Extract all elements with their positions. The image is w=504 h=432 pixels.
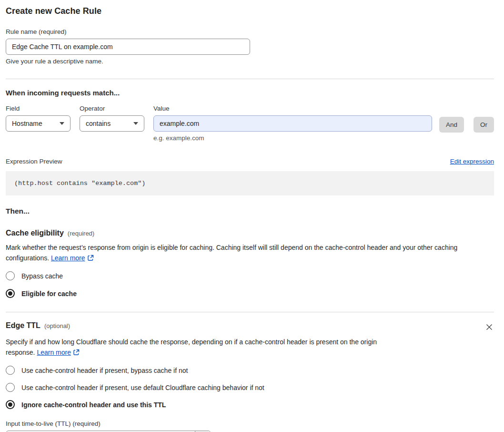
radio-option-ignore-header-use-ttl[interactable]: Ignore cache-control header and use this… [6, 400, 494, 409]
chevron-down-icon [60, 122, 64, 125]
rule-name-helper: Give your rule a descriptive name. [6, 58, 494, 65]
edge-ttl-heading: Edge TTL [6, 321, 40, 330]
learn-more-link[interactable]: Learn more [37, 349, 71, 356]
value-column: Value e.g. example.com [153, 105, 432, 142]
cache-eligibility-qualifier: (required) [68, 230, 94, 237]
and-button[interactable]: And [439, 117, 464, 133]
external-link-icon [73, 349, 80, 356]
edge-ttl-section: Edge TTL (optional) Specify if and how l… [6, 321, 494, 432]
match-row: Field Hostname Operator contains Value e… [6, 105, 494, 142]
radio-selected-icon [6, 400, 15, 409]
match-heading: When incoming requests match... [6, 89, 494, 97]
rule-name-input[interactable] [6, 39, 250, 55]
field-select-value: Hostname [12, 120, 42, 127]
learn-more-link[interactable]: Learn more [51, 254, 85, 262]
radio-icon [6, 271, 15, 280]
radio-label: Ignore cache-control header and use this… [21, 401, 166, 409]
radio-label: Use cache-control header if present, use… [21, 384, 264, 391]
operator-column: Operator contains [80, 105, 144, 132]
expression-code: (http.host contains "example.com") [6, 171, 494, 195]
create-cache-rule-form: Create new Cache Rule Rule name (require… [0, 0, 504, 432]
cache-eligibility-heading: Cache eligibility [6, 229, 64, 237]
field-select[interactable]: Hostname [6, 115, 71, 132]
edge-ttl-description: Specify if and how long Cloudflare shoul… [6, 337, 403, 358]
value-label: Value [153, 105, 432, 112]
external-link-icon [87, 255, 94, 261]
operator-select-value: contains [86, 120, 111, 127]
radio-option-use-header-default[interactable]: Use cache-control header if present, use… [6, 383, 494, 392]
operator-label: Operator [80, 105, 144, 112]
or-button[interactable]: Or [474, 117, 494, 133]
radio-label: Eligible for cache [21, 290, 77, 298]
cache-eligibility-options: Bypass cache Eligible for cache [6, 271, 494, 298]
field-column: Field Hostname [6, 105, 71, 132]
value-helper: e.g. example.com [153, 134, 432, 142]
rule-name-group: Rule name (required) Give your rule a de… [6, 28, 494, 65]
close-icon[interactable] [484, 322, 494, 332]
divider [6, 312, 494, 312]
radio-option-eligible-for-cache[interactable]: Eligible for cache [6, 289, 494, 298]
edit-expression-link[interactable]: Edit expression [450, 158, 494, 165]
edge-ttl-qualifier: (optional) [44, 322, 70, 329]
expression-preview-header: Expression Preview Edit expression [6, 158, 494, 165]
rule-name-label: Rule name (required) [6, 28, 494, 35]
edge-ttl-header: Edge TTL (optional) [6, 321, 70, 330]
ttl-label: Input time-to-live (TTL) (required) [6, 420, 494, 427]
radio-label: Use cache-control header if present, byp… [21, 367, 188, 374]
then-heading: Then... [6, 207, 494, 216]
divider [6, 79, 494, 79]
cache-eligibility-header: Cache eligibility (required) [6, 229, 494, 237]
value-input[interactable] [153, 115, 432, 132]
cache-eligibility-description: Mark whether the request’s response from… [6, 243, 494, 263]
radio-selected-icon [6, 289, 15, 298]
field-label: Field [6, 105, 71, 112]
radio-label: Bypass cache [21, 272, 63, 280]
ttl-input-group: Input time-to-live (TTL) (required) 1 da… [6, 420, 494, 432]
radio-icon [6, 366, 15, 375]
radio-option-bypass-cache[interactable]: Bypass cache [6, 271, 494, 280]
radio-option-use-header-bypass[interactable]: Use cache-control header if present, byp… [6, 366, 494, 375]
expression-preview-label: Expression Preview [6, 158, 62, 165]
cache-eligibility-section: Cache eligibility (required) Mark whethe… [6, 229, 494, 298]
chevron-down-icon [133, 122, 138, 125]
edge-ttl-header-row: Edge TTL (optional) [6, 321, 494, 332]
radio-icon [6, 383, 15, 392]
page-title: Create new Cache Rule [6, 6, 494, 16]
operator-select[interactable]: contains [80, 115, 144, 132]
edge-ttl-options: Use cache-control header if present, byp… [6, 366, 494, 409]
